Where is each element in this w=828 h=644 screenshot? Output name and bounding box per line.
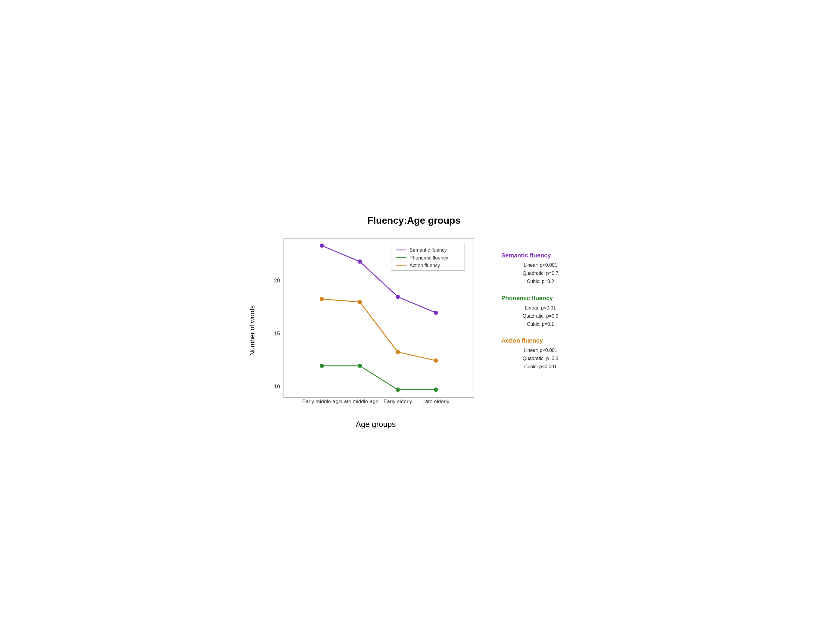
svg-point-13: [396, 295, 400, 299]
stats-phonemic-quadratic: Quadratic: p=0.9: [501, 312, 580, 320]
svg-point-16: [358, 300, 362, 304]
stats-section-semantic: Semantic fluency Linear: p<0.001 Quadrat…: [501, 250, 580, 286]
svg-text:Phonemic fluency: Phonemic fluency: [409, 255, 448, 260]
svg-text:Semantic fluency: Semantic fluency: [409, 247, 447, 252]
stats-title-semantic: Semantic fluency: [501, 250, 580, 260]
svg-container: 10 15 20 Early middle-age Late middle-ag…: [259, 232, 492, 417]
svg-point-19: [320, 364, 324, 368]
stats-action-quadratic: Quadratic: p=0.3: [501, 354, 580, 362]
svg-text:Late elderly: Late elderly: [422, 398, 450, 404]
svg-text:Late middle-age: Late middle-age: [341, 398, 378, 404]
chart-area: Number of words: [248, 232, 580, 429]
svg-point-15: [320, 297, 324, 301]
svg-text:20: 20: [274, 277, 280, 284]
svg-point-12: [358, 260, 362, 264]
chart-title: Fluency:Age groups: [248, 215, 580, 226]
stats-action-linear: Linear: p<0.001: [501, 346, 580, 354]
svg-point-11: [320, 244, 324, 248]
chart-box: 10 15 20 Early middle-age Late middle-ag…: [259, 232, 492, 429]
svg-text:10: 10: [274, 383, 280, 390]
stats-phonemic-linear: Linear: p<0.01: [501, 304, 580, 312]
svg-point-20: [358, 364, 362, 368]
stats-semantic-quadratic: Quadratic: p=0.7: [501, 269, 580, 277]
stats-action-cubic: Cubic: p<0.001: [501, 362, 580, 371]
page-container: Fluency:Age groups Number of words: [248, 215, 580, 429]
svg-point-18: [434, 359, 438, 363]
svg-text:Early middle-age: Early middle-age: [302, 398, 342, 404]
stats-phonemic-cubic: Cubic: p=0.1: [501, 320, 580, 328]
stats-semantic-cubic: Cubic: p=0.2: [501, 277, 580, 285]
stats-panel: Semantic fluency Linear: p<0.001 Quadrat…: [501, 232, 580, 378]
stats-title-action: Action fluency: [501, 335, 580, 346]
stats-semantic-linear: Linear: p<0.001: [501, 261, 580, 269]
stats-section-action: Action fluency Linear: p<0.001 Quadratic…: [501, 335, 580, 371]
svg-point-17: [396, 350, 400, 354]
stats-section-phonemic: Phonemic fluency Linear: p<0.01 Quadrati…: [501, 293, 580, 329]
stats-title-phonemic: Phonemic fluency: [501, 293, 580, 303]
svg-point-14: [434, 311, 438, 315]
x-axis-label: Age groups: [259, 420, 492, 429]
svg-point-21: [396, 387, 400, 392]
y-axis-label: Number of words: [248, 305, 256, 356]
svg-point-22: [434, 387, 438, 392]
svg-text:15: 15: [274, 330, 280, 337]
chart-and-stats: 10 15 20 Early middle-age Late middle-ag…: [259, 232, 580, 429]
svg-text:Action fluency: Action fluency: [409, 263, 440, 268]
svg-text:Early elderly: Early elderly: [384, 398, 412, 404]
